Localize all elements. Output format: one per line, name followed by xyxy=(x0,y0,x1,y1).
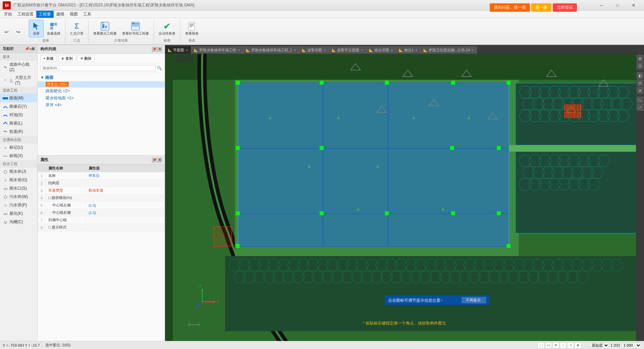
nav-road-centerline[interactable]: ∿ 道路中心线(Z) xyxy=(0,60,37,73)
tab-connect-elevation-close[interactable]: ✕ xyxy=(361,48,363,52)
nav-pin-icon[interactable]: 📌 xyxy=(25,47,30,51)
rt-btn-7[interactable]: ⤢ xyxy=(637,104,643,111)
rt-btn-4[interactable]: ⊟ xyxy=(637,80,643,86)
tab-connect-elevation[interactable]: 📐 连客平立面图 ✕ xyxy=(329,46,366,54)
tab-method-1[interactable]: 📐 做法1 ✕ xyxy=(396,46,421,54)
snap-rect-button[interactable]: ⬚ xyxy=(538,342,544,348)
nav-road-edge[interactable]: 路缘石(Y) xyxy=(0,102,37,111)
redo-button[interactable]: ↪ xyxy=(13,27,23,37)
snap-plus-button[interactable]: + xyxy=(567,342,574,348)
rt-btn-2[interactable]: ⊡ xyxy=(637,62,643,69)
batch-select-button[interactable]: 批量选择 xyxy=(45,20,62,37)
tree-root-pavement[interactable]: ▼ 路面 xyxy=(38,74,165,81)
tree-item-hardening[interactable]: 路面硬化 <2> xyxy=(38,88,165,95)
view-report-button[interactable]: 查看报表 xyxy=(183,20,201,37)
svg-text:* 按鼠标左键指定第一个角点，或拾取构件图元: * 按鼠标左键指定第一个角点，或拾取构件图元 xyxy=(363,321,446,325)
tab-floor-plan[interactable]: 📐 平面图 ✕ xyxy=(165,46,191,54)
new-component-button[interactable]: + 新建 xyxy=(40,55,57,62)
snap-minus-button[interactable]: − xyxy=(560,342,567,348)
close-button[interactable]: ✕ xyxy=(626,0,641,11)
maximize-button[interactable]: □ xyxy=(610,0,625,11)
tab-floor-plan-close[interactable]: ✕ xyxy=(185,48,188,52)
rt-btn-5[interactable]: ⊕ xyxy=(637,87,643,94)
svg-rect-217 xyxy=(572,104,573,111)
tab-luo-parking-1-close[interactable]: ✕ xyxy=(237,48,240,52)
props-panel-header: 属性 📌 ✕ xyxy=(38,156,165,164)
menu-project-settings[interactable]: 工程设置 xyxy=(15,11,36,18)
menu-start[interactable]: 开始 xyxy=(1,11,15,18)
rt-btn-3[interactable]: ◧ xyxy=(637,72,643,79)
tab-luo-parking-2-icon: 📐 xyxy=(246,48,250,52)
svg-text:▲: ▲ xyxy=(307,163,312,169)
nav-grid-icon[interactable]: ⊞ xyxy=(32,47,35,51)
tab-connect-detail-icon: 📐 xyxy=(302,48,306,52)
props-panel-pin[interactable]: 📌 xyxy=(152,158,157,162)
tree-item-water-brick[interactable]: 吸水砖地面 <1> xyxy=(38,95,165,102)
nav-rain-well[interactable]: ⬡ 雨水井(J) xyxy=(0,167,37,176)
props-panel-close[interactable]: ✕ xyxy=(157,158,162,162)
nav-rain-pipe[interactable]: ○ 雨水管(G) xyxy=(0,176,37,184)
tab-connect-detail[interactable]: 📐 连客详图 ✕ xyxy=(299,46,329,54)
tab-connect-detail-close[interactable]: ✕ xyxy=(323,48,326,52)
menu-modeling[interactable]: 建模 xyxy=(54,11,67,18)
nav-sewage-pipe[interactable]: ○ 污水管(P) xyxy=(0,201,37,209)
svg-rect-212 xyxy=(565,104,566,111)
svg-rect-213 xyxy=(566,104,567,111)
nav-large-earthwork[interactable]: • △ 大型土方(T) xyxy=(0,73,37,87)
try-button[interactable]: 立即尝试 xyxy=(553,3,577,12)
layer-selector[interactable]: 原始层 xyxy=(589,342,609,348)
undo-button[interactable]: ↩ xyxy=(1,27,12,37)
nav-ditch[interactable]: ∪ 沟槽(C) xyxy=(0,218,37,226)
nav-pond[interactable]: 对池(S) xyxy=(0,111,37,119)
earthwork-icon: △ xyxy=(9,78,14,83)
feedback-button[interactable]: 遇到问题，搜一搜 xyxy=(490,3,530,12)
nav-soft-base[interactable]: 〜 软基(R) xyxy=(0,128,37,136)
tree-item-lawn[interactable]: 草坪 <4> xyxy=(38,102,165,109)
minimize-button[interactable]: ─ xyxy=(594,0,609,11)
component-panel-close[interactable]: ✕ xyxy=(157,47,162,52)
rt-btn-6[interactable]: ⤡ xyxy=(637,97,643,103)
tab-health-center-close[interactable]: ✕ xyxy=(471,48,474,52)
legality-check-button[interactable]: ✔ 合法性检查 xyxy=(157,20,177,37)
snap-special-button[interactable]: ⊕ xyxy=(575,342,581,348)
tab-luo-parking-2-close[interactable]: ✕ xyxy=(293,48,296,52)
nav-mark[interactable]: ○ 标记(U) xyxy=(0,143,37,152)
nav-sewage-well[interactable]: ⬡ 污水井(W) xyxy=(0,193,37,201)
delete-component-button[interactable]: ✕ 删除 xyxy=(77,55,95,62)
view-drawing-qty-button[interactable]: KO 查看图元工程量 xyxy=(91,20,119,37)
menu-tools[interactable]: 工具 xyxy=(80,11,94,18)
tab-luo-parking-1[interactable]: 📐 罗陵乡集镇停车场工程 ✕ xyxy=(191,46,243,54)
copy-component-button[interactable]: ⊕ 复制 xyxy=(58,55,76,62)
batch-select-icon xyxy=(49,21,58,31)
tab-stage-detail-close[interactable]: ✕ xyxy=(390,48,393,52)
snap-line-button[interactable]: ▭ xyxy=(545,342,552,348)
rt-btn-1[interactable]: ⊞ xyxy=(637,55,643,62)
nav-road-base[interactable]: 路基(L) xyxy=(0,119,37,128)
tab-luo-parking-2[interactable]: 📐 罗陵乡集镇停车场工程_1 ✕ xyxy=(243,46,299,54)
nav-foundation[interactable]: ▭ 基坑(K) xyxy=(0,209,37,218)
select-button[interactable]: 选择 xyxy=(29,20,44,37)
component-panel-pin[interactable]: 📌 xyxy=(152,47,157,52)
view-column-qty-button[interactable]: KO 查看柱号段工程量 xyxy=(120,20,151,37)
calc-icon: Σ xyxy=(72,21,82,31)
followup-button[interactable]: 接一接 xyxy=(531,3,551,12)
component-search-input[interactable] xyxy=(40,65,156,71)
calc-total-button[interactable]: Σ 汇总计算 xyxy=(68,20,86,37)
menu-quantity[interactable]: 工程量 xyxy=(36,11,54,18)
tab-method-1-icon: 📐 xyxy=(399,48,403,52)
tab-method-1-close[interactable]: ✕ xyxy=(415,48,418,52)
nav-marking[interactable]: — 标线(X) xyxy=(0,152,37,160)
nav-rain-inlet[interactable]: ▭ 雨水口(S) xyxy=(0,184,37,193)
scale-selector[interactable]: 1:300 1:100 1:500 1:1000 xyxy=(621,342,641,348)
tree-item-parking[interactable]: 停车位 <55> xyxy=(38,81,165,88)
svg-text:▲: ▲ xyxy=(356,206,361,211)
tab-health-center[interactable]: 📐 罗陵卫生院后侧...3.05.24 ✕ xyxy=(421,46,477,54)
menu-view[interactable]: 视图 xyxy=(67,11,80,18)
snap-cross-button[interactable]: ✕ xyxy=(552,342,559,348)
canvas-area[interactable]: ▲ ▲ ▲ ▲ ▲ ▲ ▲ ▲ xyxy=(165,54,644,341)
svg-rect-30 xyxy=(320,81,324,85)
svg-rect-42 xyxy=(497,211,501,215)
nav-road-surface[interactable]: 路面(M) xyxy=(0,94,37,102)
svg-rect-221 xyxy=(578,104,579,111)
tab-stage-detail[interactable]: 📐 戏台详图 ✕ xyxy=(366,46,396,54)
